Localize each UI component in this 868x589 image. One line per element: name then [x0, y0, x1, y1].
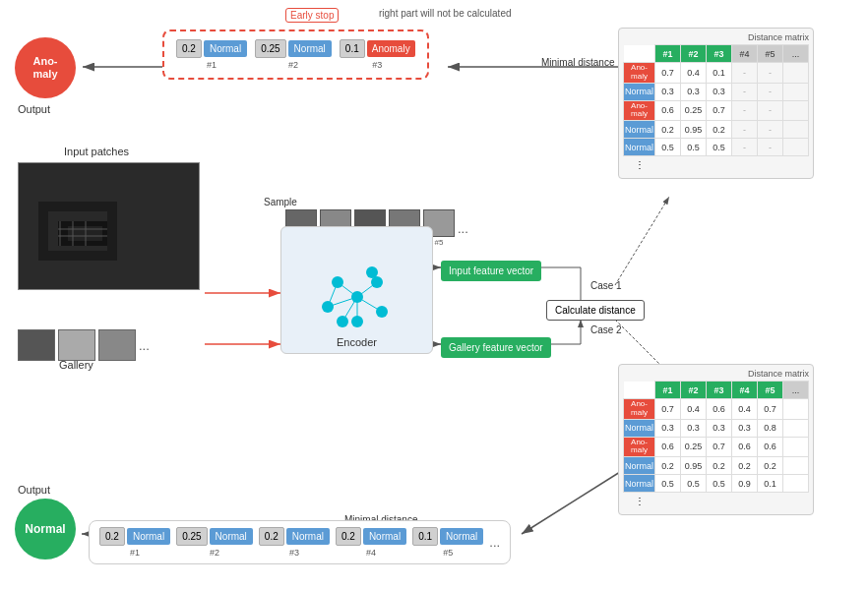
- gallery-patch-1: [18, 329, 55, 361]
- col-b-header-dots: ...: [783, 382, 809, 399]
- output-label-top: Output: [18, 103, 50, 115]
- col-header: #2: [681, 45, 707, 63]
- normal-circle: Normal: [15, 499, 76, 560]
- b-num-1: #1: [130, 548, 140, 558]
- dist-matrix-bottom-title: Distance matrix: [623, 369, 809, 379]
- col-header: #1: [655, 45, 681, 63]
- row-label-normal: Normal: [624, 83, 655, 100]
- gallery-feature-box: Gallery feature vector: [441, 337, 551, 358]
- b-result-item-1: 0.2 Normal #1: [99, 527, 170, 558]
- case1-label: Case 1: [590, 280, 622, 291]
- num-3: #3: [372, 60, 382, 70]
- svg-line-40: [357, 297, 382, 312]
- result-item-3: 0.1 Anomaly #3: [340, 39, 415, 70]
- val-3: 0.1: [340, 39, 365, 58]
- col-b-header: #1: [655, 382, 681, 399]
- b-result-item-5: 0.1 Normal #5: [412, 527, 483, 558]
- b-row-normal2: Normal: [624, 457, 655, 475]
- normal-text: Normal: [25, 522, 65, 536]
- svg-line-43: [328, 282, 338, 307]
- bottom-result-container: 0.2 Normal #1 0.25 Normal #2 0.2 Normal …: [89, 520, 511, 564]
- encoder-label: Encoder: [337, 336, 377, 348]
- col-b-header: #2: [681, 382, 707, 399]
- b-label-3: Normal: [286, 528, 330, 545]
- gallery-patch-3: [98, 329, 136, 361]
- col-header: #3: [707, 45, 732, 63]
- b-num-5: #5: [443, 548, 453, 558]
- dist-matrix-top-title: Distance matrix: [623, 32, 809, 42]
- b-val-1: 0.2: [99, 527, 125, 546]
- top-result-container: 0.2 Normal #1 0.25 Normal #2 0.1 Anomaly…: [162, 29, 429, 80]
- matrix-table-top: #1 #2 #3 #4 #5 ... Ano-maly 0.70.40.1 --…: [623, 44, 809, 174]
- col-header-dots: ...: [783, 45, 809, 63]
- val-2: 0.25: [255, 39, 285, 58]
- col-header: #5: [758, 45, 783, 63]
- row-label-anomaly: Ano-maly: [624, 63, 655, 84]
- label-3: Anomaly: [367, 40, 415, 57]
- dist-matrix-top: Distance matrix #1 #2 #3 #4 #5 ... Ano-m…: [618, 28, 814, 179]
- col-b-header: #3: [707, 382, 732, 399]
- svg-line-13: [615, 197, 669, 285]
- right-part-label: right part will not be calculated: [379, 8, 512, 19]
- gallery-row: ...: [18, 329, 150, 361]
- patch-num-5: #5: [435, 238, 444, 247]
- b-num-4: #4: [366, 548, 376, 558]
- num-2: #2: [288, 60, 298, 70]
- b-label-2: Normal: [210, 528, 253, 545]
- row-label-normal3: Normal: [624, 139, 655, 156]
- input-image-main: [18, 162, 200, 290]
- result-item-1: 0.2 Normal #1: [176, 39, 247, 70]
- label-2: Normal: [288, 40, 332, 57]
- calc-dist-box: Calculate distance: [546, 300, 645, 321]
- svg-line-38: [328, 297, 357, 307]
- gallery-dots: ...: [139, 338, 150, 353]
- anomaly-circle: Ano- maly: [15, 37, 76, 98]
- sample-label: Sample: [264, 197, 297, 207]
- b-result-item-3: 0.2 Normal #3: [259, 527, 330, 558]
- b-val-2: 0.25: [176, 527, 207, 546]
- input-image-svg: [19, 162, 199, 290]
- svg-line-36: [338, 282, 357, 297]
- result-item-2: 0.25 Normal #2: [255, 39, 332, 70]
- early-stop-label: Early stop: [285, 8, 339, 23]
- row-label-anomaly2: Ano-maly: [624, 100, 655, 121]
- minimal-dist-label-top: Minimal distance: [541, 57, 614, 68]
- b-row-anomaly2: Ano-maly: [624, 437, 655, 457]
- b-result-item-4: 0.2 Normal #4: [336, 527, 406, 558]
- b-num-2: #2: [210, 548, 219, 558]
- col-header: #4: [732, 45, 758, 63]
- label-1: Normal: [204, 40, 247, 57]
- svg-line-17: [522, 472, 620, 534]
- b-label-4: Normal: [363, 528, 406, 545]
- b-label-5: Normal: [440, 528, 483, 545]
- input-feature-box: Input feature vector: [441, 261, 541, 281]
- col-b-header: #4: [732, 382, 758, 399]
- sample-dots: ...: [458, 221, 468, 236]
- b-result-dots: ...: [489, 535, 500, 550]
- row-label-normal2: Normal: [624, 121, 655, 139]
- b-val-3: 0.2: [259, 527, 284, 546]
- case2-label: Case 2: [590, 324, 622, 335]
- b-row-normal1: Normal: [624, 419, 655, 437]
- b-result-item-2: 0.25 Normal #2: [176, 527, 253, 558]
- svg-line-37: [357, 282, 377, 297]
- b-num-3: #3: [289, 548, 299, 558]
- diagram-container: Ano- maly Output Early stop right part w…: [0, 0, 868, 589]
- b-val-4: 0.2: [336, 527, 361, 546]
- gallery-label: Gallery: [59, 359, 93, 371]
- b-label-1: Normal: [127, 528, 170, 545]
- b-val-5: 0.1: [412, 527, 438, 546]
- encoder-network-svg: [308, 258, 406, 336]
- gallery-patch-2: [58, 329, 95, 361]
- encoder-box: Encoder: [280, 226, 433, 354]
- val-1: 0.2: [176, 39, 202, 58]
- output-label-bottom: Output: [18, 484, 50, 496]
- b-row-anomaly1: Ano-maly: [624, 399, 655, 420]
- num-1: #1: [207, 60, 217, 70]
- col-b-header: #5: [758, 382, 783, 399]
- anomaly-text: Ano- maly: [32, 55, 57, 81]
- matrix-table-bottom: #1 #2 #3 #4 #5 ... Ano-maly 0.70.40.60.4…: [623, 381, 809, 510]
- b-row-normal3: Normal: [624, 475, 655, 493]
- dist-matrix-bottom: Distance matrix #1 #2 #3 #4 #5 ... Ano-m…: [618, 364, 814, 515]
- input-patches-label: Input patches: [64, 146, 129, 157]
